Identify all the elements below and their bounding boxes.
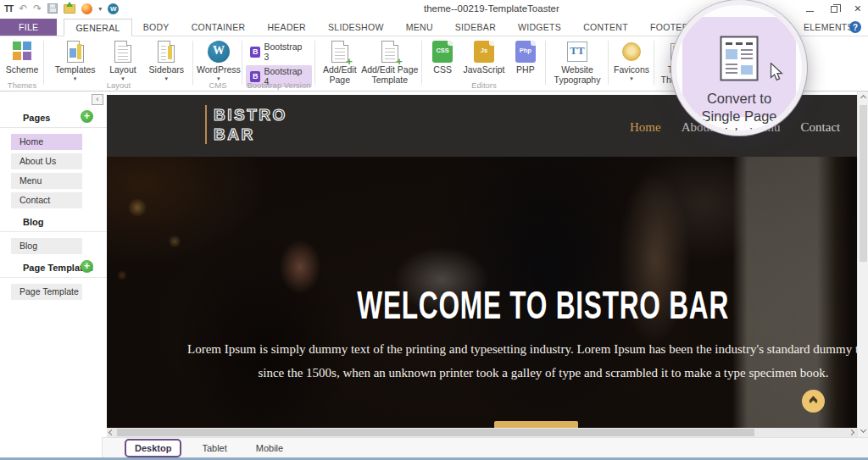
site-logo: BISTRO BAR bbox=[205, 105, 287, 144]
tab-file[interactable]: FILE bbox=[0, 19, 57, 36]
hero-cta-button[interactable] bbox=[494, 421, 578, 428]
ribbon-group-editors: CSS CSS Js JavaScript Php PHP Editors bbox=[422, 36, 546, 91]
ribbon-group-themes: Scheme Themes bbox=[0, 36, 44, 91]
templates-button[interactable]: Templates ▾ bbox=[47, 39, 103, 82]
device-tab-tablet[interactable]: Tablet bbox=[193, 441, 235, 456]
sidebar-item-contact[interactable]: Contact bbox=[11, 192, 82, 208]
browser-dropdown-icon[interactable]: ▾ bbox=[98, 5, 102, 13]
tab-header[interactable]: HEADER bbox=[256, 19, 317, 36]
ribbon-group-typography: TT Website Typography bbox=[546, 36, 609, 91]
sidebars-icon bbox=[158, 41, 175, 63]
add-page-button[interactable]: + bbox=[81, 110, 93, 123]
favicons-button[interactable]: Favicons ▾ bbox=[612, 39, 651, 82]
hero-paragraph: Lorem Ipsum is simply dummy text of the … bbox=[187, 338, 857, 385]
tab-sidebar[interactable]: SIDEBAR bbox=[444, 19, 507, 36]
window-title: theme--00219-TemplateToaster bbox=[424, 3, 559, 14]
nav-link-contact[interactable]: Contact bbox=[801, 120, 841, 135]
sidebars-button[interactable]: Sidebars ▾ bbox=[143, 39, 190, 82]
php-icon: Php bbox=[515, 41, 536, 63]
undo-icon[interactable]: ↶ bbox=[19, 3, 27, 14]
restore-button[interactable] bbox=[831, 6, 837, 13]
hero-content: WELCOME TO BISTRO BAR Lorem Ipsum is sim… bbox=[107, 157, 857, 428]
tab-container[interactable]: CONTAINER bbox=[181, 19, 257, 36]
add-page-template-button[interactable]: + bbox=[81, 260, 93, 273]
scroll-up-icon[interactable] bbox=[860, 95, 866, 101]
section-header-pages: Pages + bbox=[0, 108, 107, 128]
nav-link-home[interactable]: Home bbox=[630, 120, 661, 135]
vertical-scrollbar[interactable] bbox=[857, 91, 868, 437]
layout-icon bbox=[114, 41, 131, 63]
browser-preview-icon[interactable] bbox=[81, 3, 92, 14]
group-label-layout: Layout bbox=[44, 80, 193, 90]
hero-title: WELCOME TO BISTRO BAR bbox=[107, 284, 857, 326]
horizontal-scrollbar[interactable] bbox=[107, 428, 857, 437]
favicons-icon bbox=[622, 42, 641, 61]
tab-body[interactable]: BODY bbox=[132, 19, 181, 36]
ribbon-group-pages: + Add/Edit Page + Add/Edit Page Template bbox=[315, 36, 422, 91]
css-editor-button[interactable]: CSS CSS bbox=[426, 39, 459, 75]
section-header-page-templates: Page Templates + bbox=[0, 258, 107, 278]
group-label-cms: CMS bbox=[193, 80, 242, 90]
typography-icon: TT bbox=[567, 42, 587, 62]
device-preview-bar: Desktop Tablet Mobile bbox=[102, 437, 868, 457]
css-icon: CSS bbox=[432, 41, 453, 63]
wordpress-button[interactable]: W WordPress ▾ bbox=[197, 39, 241, 82]
bootstrap3-button[interactable]: B Bootstrap 3 bbox=[246, 41, 312, 63]
ribbon-group-favicons: Favicons ▾ bbox=[609, 36, 654, 91]
website-typography-button[interactable]: TT Website Typography bbox=[549, 39, 605, 85]
tab-widgets[interactable]: WIDGETS bbox=[507, 19, 572, 36]
add-edit-page-button[interactable]: + Add/Edit Page bbox=[319, 39, 360, 85]
scroll-left-icon[interactable] bbox=[108, 430, 114, 435]
tab-general[interactable]: GENERAL bbox=[64, 19, 131, 36]
ribbon-group-bootstrap-version: B Bootstrap 3 B Bootstrap 4 Bootstrap Ve… bbox=[242, 36, 315, 91]
add-page-icon: + bbox=[331, 41, 348, 63]
javascript-icon: Js bbox=[474, 41, 494, 63]
tab-slideshow[interactable]: SLIDESHOW bbox=[317, 19, 395, 36]
minimize-button[interactable] bbox=[806, 11, 814, 12]
device-tab-mobile[interactable]: Mobile bbox=[248, 441, 292, 456]
back-to-top-button[interactable] bbox=[802, 390, 825, 413]
magnifier-callout: Convert to Single Page Website bbox=[671, 0, 807, 136]
quick-access-toolbar: TT ↶ ↷ ▾ W bbox=[4, 3, 119, 14]
save-icon[interactable] bbox=[47, 3, 58, 14]
scheme-button[interactable]: Scheme bbox=[3, 39, 41, 75]
add-page-template-icon: + bbox=[381, 41, 398, 63]
group-label-bootstrap-version: Bootstrap Version bbox=[242, 80, 315, 90]
favicons-dropdown-icon: ▾ bbox=[630, 75, 633, 82]
tab-menu[interactable]: MENU bbox=[395, 19, 444, 36]
pages-sidebar: ‹ Pages + Home About Us Menu Contact Blo… bbox=[0, 91, 107, 437]
tab-content[interactable]: CONTENT bbox=[572, 19, 639, 36]
wordpress-quick-icon[interactable]: W bbox=[108, 3, 119, 14]
sidebar-item-blog[interactable]: Blog bbox=[11, 238, 82, 254]
sidebar-item-page-template[interactable]: Page Template bbox=[11, 284, 82, 300]
ribbon-group-cms: W WordPress ▾ CMS bbox=[193, 36, 242, 91]
sidebar-collapse-icon[interactable]: ‹ bbox=[92, 94, 103, 105]
website-preview: BISTRO BAR Home About Us Menu Contact Bl… bbox=[107, 91, 857, 428]
horizontal-scroll-thumb[interactable] bbox=[117, 429, 754, 436]
export-icon[interactable] bbox=[64, 4, 75, 14]
sidebar-item-about-us[interactable]: About Us bbox=[11, 153, 82, 169]
window-controls: × bbox=[806, 2, 861, 15]
sidebar-item-menu[interactable]: Menu bbox=[11, 173, 82, 189]
scroll-right-icon[interactable] bbox=[849, 430, 854, 435]
sidebar-item-home[interactable]: Home bbox=[11, 134, 82, 150]
bootstrap-icon: B bbox=[250, 47, 260, 58]
group-label-themes: Themes bbox=[0, 80, 44, 90]
ribbon-group-layout: Templates ▾ Layout ▾ Sidebars ▾ Layout bbox=[44, 36, 193, 91]
templates-icon bbox=[67, 41, 84, 63]
templatetoaster-icon[interactable]: TT bbox=[4, 4, 13, 14]
php-editor-button[interactable]: Php PHP bbox=[509, 39, 542, 75]
help-icon[interactable]: ? bbox=[849, 21, 861, 33]
group-label-editors: Editors bbox=[422, 80, 546, 90]
close-button[interactable]: × bbox=[854, 3, 861, 14]
redo-icon[interactable]: ↷ bbox=[33, 3, 42, 14]
wordpress-icon: W bbox=[208, 41, 230, 63]
javascript-editor-button[interactable]: Js JavaScript bbox=[459, 39, 509, 75]
device-tab-desktop[interactable]: Desktop bbox=[125, 439, 181, 457]
scroll-down-icon[interactable] bbox=[860, 427, 866, 433]
add-edit-page-template-button[interactable]: + Add/Edit Page Template bbox=[360, 39, 419, 85]
section-header-blog: Blog bbox=[0, 212, 107, 232]
hero-photo: WELCOME TO BISTRO BAR Lorem Ipsum is sim… bbox=[107, 157, 857, 428]
vertical-scroll-thumb[interactable] bbox=[860, 105, 867, 262]
layout-button[interactable]: Layout ▾ bbox=[103, 39, 142, 82]
